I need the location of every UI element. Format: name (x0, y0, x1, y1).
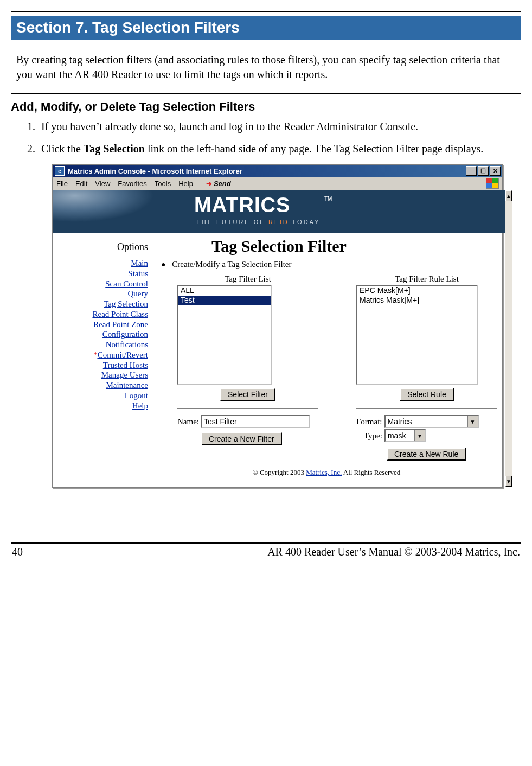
scroll-up-button[interactable]: ▲ (505, 190, 512, 201)
nav-commit-revert[interactable]: *Commit/Revert (53, 350, 148, 360)
page-number: 40 (12, 546, 23, 558)
rule-list-label: Tag Filter Rule List (356, 275, 497, 284)
step-2-post: link on the left-hand side of any page. … (145, 143, 483, 155)
step-1: If you haven’t already done so, launch a… (38, 119, 516, 134)
rule-item-matrics[interactable]: Matrics Mask[M+] (357, 296, 477, 305)
nav-read-point-class[interactable]: Read Point Class (53, 309, 148, 320)
nav-scan-control[interactable]: Scan Control (53, 279, 148, 289)
type-value: mask (386, 430, 414, 441)
create-filter-button[interactable]: Create a New Filter (201, 432, 282, 445)
copyright-line: © Copyright 2003 Matrics, Inc. All Right… (156, 468, 497, 477)
filter-item-all[interactable]: ALL (178, 286, 271, 296)
rule-listbox[interactable]: EPC Mask[M+] Matrics Mask[M+] (356, 285, 478, 385)
nav-status[interactable]: Status (53, 269, 148, 279)
format-value: Matrics (386, 416, 467, 427)
chevron-down-icon: ▼ (414, 430, 425, 441)
sidebar: Options Main Status Scan Control Query T… (53, 256, 152, 411)
section-heading: Section 7. Tag Selection Filters (11, 16, 521, 40)
nav-configuration[interactable]: Configuration (53, 329, 148, 340)
menu-file[interactable]: File (56, 180, 68, 188)
rule-column: Tag Filter Rule List EPC Mask[M+] Matric… (356, 275, 497, 461)
rule-item-epc[interactable]: EPC Mask[M+] (357, 286, 477, 296)
screenshot-window: e Matrics Admin Console - Microsoft Inte… (52, 164, 503, 488)
nav-trusted-hosts[interactable]: Trusted Hosts (53, 360, 148, 371)
format-label: Format: (356, 417, 382, 426)
nav-maintenance[interactable]: Maintenance (53, 380, 148, 391)
rule-divider (356, 408, 497, 410)
brand-logo: MATRICS (194, 194, 290, 217)
banner-tagline: THE FUTURE OF RFID TODAY (196, 219, 320, 225)
name-label: Name: (177, 417, 199, 426)
tagline-highlight: RFID (268, 219, 289, 225)
page-footer: 40 AR 400 Reader User’s Manual © 2003-20… (11, 544, 521, 558)
bullet-text: Create/Modify a Tag Selection Filter (172, 260, 291, 269)
filter-column: Tag Filter List ALL Test Select Filter N… (177, 275, 318, 461)
nav-logout[interactable]: Logout (53, 391, 148, 401)
select-rule-button[interactable]: Select Rule (400, 388, 454, 401)
banner-swoosh (53, 190, 181, 233)
menu-favorites[interactable]: Favorites (118, 180, 146, 188)
subsection-heading: Add, Modify, or Delete Tag Selection Fil… (11, 100, 521, 114)
chevron-down-icon: ▼ (467, 416, 478, 427)
filter-item-test[interactable]: Test (178, 296, 271, 305)
send-label: Send (214, 180, 231, 188)
bullet-icon: ● (161, 260, 165, 269)
menu-help[interactable]: Help (178, 180, 193, 188)
browser-menubar: File Edit View Favorites Tools Help ➜Sen… (53, 177, 502, 190)
create-rule-button[interactable]: Create a New Rule (387, 448, 466, 461)
footer-right: AR 400 Reader User’s Manual © 2003-2004 … (267, 546, 520, 558)
nav-query[interactable]: Query (53, 289, 148, 299)
menu-view[interactable]: View (95, 180, 110, 188)
minimize-button[interactable]: _ (466, 166, 477, 176)
select-filter-button[interactable]: Select Filter (220, 388, 275, 401)
filter-list-label: Tag Filter List (177, 275, 318, 284)
section-bullet: ● Create/Modify a Tag Selection Filter (161, 260, 497, 269)
menu-edit[interactable]: Edit (75, 180, 87, 188)
type-label: Type: (364, 431, 382, 441)
nav-main[interactable]: Main (53, 258, 148, 269)
nav-read-point-zone[interactable]: Read Point Zone (53, 320, 148, 330)
vertical-scrollbar[interactable]: ▲ ▼ (505, 190, 512, 487)
menu-tools[interactable]: Tools (155, 180, 171, 188)
scroll-track[interactable] (505, 201, 512, 476)
copyright-pre: © Copyright 2003 (253, 468, 306, 476)
top-rule (11, 11, 521, 12)
tagline-pre: THE FUTURE OF (196, 219, 268, 225)
copyright-post: All Rights Reserved (342, 468, 400, 476)
filter-name-input[interactable] (201, 415, 310, 428)
format-select[interactable]: Matrics ▼ (384, 415, 479, 428)
step-2-bold: Tag Selection (84, 143, 145, 155)
sidebar-heading: Options (53, 241, 148, 253)
copyright-link[interactable]: Matrics, Inc. (306, 468, 342, 476)
type-select[interactable]: mask ▼ (384, 429, 426, 442)
send-arrow-icon: ➜ (206, 180, 212, 188)
filter-listbox[interactable]: ALL Test (177, 285, 272, 385)
steps-list: If you haven’t already done so, launch a… (27, 119, 516, 156)
step-2-pre: Click the (41, 143, 84, 155)
scroll-down-button[interactable]: ▼ (505, 476, 512, 487)
send-button[interactable]: ➜Send (206, 180, 231, 188)
windows-logo-icon (486, 178, 499, 189)
window-titlebar: e Matrics Admin Console - Microsoft Inte… (53, 165, 502, 177)
matrics-banner: MATRICS TM THE FUTURE OF RFID TODAY (53, 190, 505, 233)
filter-divider (177, 408, 318, 410)
close-button[interactable]: ✕ (490, 166, 501, 176)
nav-manage-users[interactable]: Manage Users (53, 370, 148, 380)
mid-rule (11, 93, 521, 94)
step-2: Click the Tag Selection link on the left… (38, 142, 516, 156)
tagline-post: TODAY (289, 219, 321, 225)
nav-commit-revert-label: Commit/Revert (98, 350, 148, 359)
trademark-label: TM (324, 196, 332, 202)
intro-paragraph: By creating tag selection filters (and a… (16, 53, 516, 82)
nav-help[interactable]: Help (53, 401, 148, 411)
ie-icon: e (55, 166, 65, 176)
maximize-button[interactable]: ☐ (478, 166, 489, 176)
nav-notifications[interactable]: Notifications (53, 340, 148, 350)
window-title: Matrics Admin Console - Microsoft Intern… (68, 167, 242, 175)
nav-tag-selection[interactable]: Tag Selection (53, 299, 148, 309)
asterisk-icon: * (93, 350, 98, 360)
